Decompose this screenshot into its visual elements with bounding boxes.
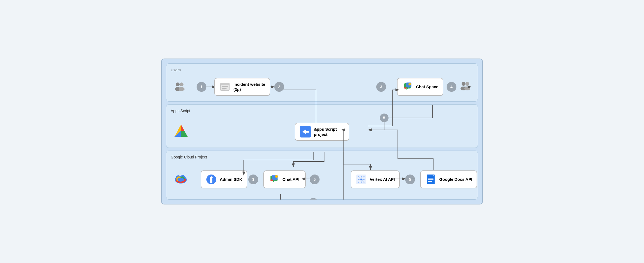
svg-point-40 xyxy=(275,175,278,178)
chat-space-icon xyxy=(402,81,413,93)
apps-script-project-node: Apps Script project xyxy=(295,123,349,141)
chat-api-icon-svg xyxy=(269,174,279,185)
svg-rect-63 xyxy=(428,178,434,179)
badge-2: 2 xyxy=(274,82,284,92)
incident-website-node: Incident website (3p) xyxy=(214,78,270,96)
users-right-icon xyxy=(459,80,471,92)
svg-point-0 xyxy=(176,82,180,86)
vertex-ai-label: Vertex AI API xyxy=(370,177,395,182)
badge-5-right: 5 xyxy=(405,175,415,184)
badge-3-upper: 3 xyxy=(376,82,386,92)
users-node-left xyxy=(173,81,185,93)
svg-rect-7 xyxy=(222,88,227,89)
google-cloud-logo xyxy=(173,172,188,186)
users-left-icon xyxy=(173,81,185,93)
vertex-ai-icon xyxy=(356,174,367,185)
badge-4: 4 xyxy=(447,82,456,92)
apps-script-logo xyxy=(173,124,189,139)
incident-website-label: Incident website (3p) xyxy=(233,82,265,92)
chat-api-icon xyxy=(268,174,280,185)
arrow-box-icon xyxy=(300,126,311,137)
svg-point-36 xyxy=(177,178,184,182)
svg-rect-64 xyxy=(428,179,434,180)
users-row: Users 1 xyxy=(166,63,478,102)
badge-1: 1 xyxy=(197,82,206,92)
svg-rect-5 xyxy=(221,83,229,85)
page-icon xyxy=(219,81,230,92)
svg-point-3 xyxy=(179,87,185,91)
google-cloud-row-label: Google Cloud Project xyxy=(171,155,473,160)
google-docs-api-label: Google Docs API xyxy=(439,177,472,182)
chat-icon xyxy=(402,81,413,92)
vertex-ai-node: Vertex AI API xyxy=(351,170,400,188)
google-docs-api-node: Google Docs API xyxy=(420,170,477,188)
apps-script-project-label: Apps Script project xyxy=(314,127,337,137)
svg-rect-65 xyxy=(428,181,432,182)
admin-sdk-icon xyxy=(206,174,217,185)
admin-sdk-node: Admin SDK xyxy=(201,170,247,188)
svg-point-41 xyxy=(270,179,273,181)
svg-point-15 xyxy=(464,87,470,90)
diagram-container: Users 1 xyxy=(161,59,483,204)
svg-point-2 xyxy=(180,82,183,86)
svg-point-10 xyxy=(408,83,411,85)
svg-marker-25 xyxy=(181,131,188,137)
chat-api-node: Chat API xyxy=(263,170,306,188)
users-row-label: Users xyxy=(171,68,473,72)
admin-sdk-label: Admin SDK xyxy=(220,177,242,182)
svg-point-12 xyxy=(462,82,465,86)
svg-marker-24 xyxy=(181,125,184,131)
svg-rect-6 xyxy=(222,86,228,87)
chat-space-label: Chat Space xyxy=(416,84,438,90)
admin-icon xyxy=(206,174,217,185)
full-diagram: Users 1 xyxy=(166,63,478,200)
svg-rect-8 xyxy=(222,90,225,90)
svg-marker-27 xyxy=(178,125,181,131)
apps-script-row: Apps Script xyxy=(166,104,478,148)
incident-website-icon xyxy=(219,81,231,93)
docs-icon-svg xyxy=(425,174,436,185)
badge-5-mid: 5 xyxy=(310,175,320,184)
chat-api-label: Chat API xyxy=(282,177,299,182)
apps-script-project-icon xyxy=(300,126,311,137)
badge-3-left: 3 xyxy=(248,175,258,184)
google-docs-icon xyxy=(425,174,437,185)
svg-point-11 xyxy=(404,87,407,89)
vertex-icon-svg xyxy=(356,174,367,185)
google-cloud-row: Google Cloud Project xyxy=(166,151,478,200)
chat-space-node: Chat Space xyxy=(397,78,443,96)
apps-script-row-label: Apps Script xyxy=(171,108,473,113)
svg-point-14 xyxy=(465,82,469,86)
